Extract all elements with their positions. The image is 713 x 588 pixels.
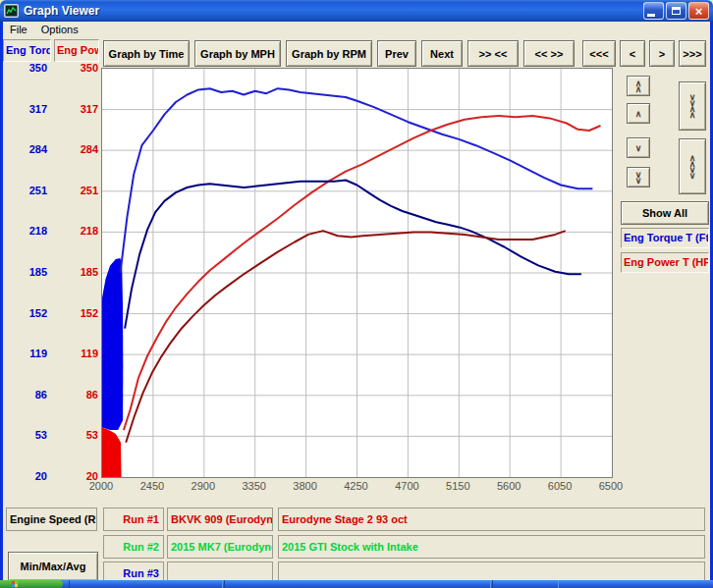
window-title: Graph Viewer <box>24 4 99 18</box>
rpm-tick: 5150 <box>438 480 477 492</box>
menu-bar: File Options <box>3 22 710 37</box>
scroll-up-button-icon: ∧ <box>635 111 642 117</box>
power-tick: 284 <box>54 142 98 156</box>
zoom-out-y-button-icon: ∨ <box>689 173 696 179</box>
torque-tick: 119 <box>3 347 47 360</box>
scroll-top-button[interactable]: ∧∧ <box>627 76 650 96</box>
legend-torque[interactable]: Eng Torque T (Ft-l <box>621 228 709 248</box>
shift-out-button[interactable]: << >> <box>523 40 575 67</box>
run-desc-field-1[interactable]: Eurodyne Stage 2 93 oct <box>278 508 705 531</box>
torque-tick: 86 <box>3 388 47 401</box>
power-tick: 119 <box>54 347 98 360</box>
shift-in-button[interactable]: >> << <box>467 40 519 67</box>
rpm-tick: 2900 <box>184 480 223 492</box>
chart-canvas <box>102 69 612 477</box>
torque-tick: 350 <box>3 61 47 75</box>
scroll-bottom-button[interactable]: ∨∨ <box>627 167 650 187</box>
graph-by-time-button[interactable]: Graph by Time <box>103 40 190 67</box>
app-icon <box>4 4 19 18</box>
prev-button[interactable]: Prev <box>377 40 416 67</box>
minimize-button[interactable] <box>643 2 664 20</box>
power-tick: 152 <box>54 306 98 320</box>
taskbar-window-button[interactable] <box>69 580 223 588</box>
rpm-tick: 6050 <box>540 480 579 492</box>
step-right-button[interactable]: > <box>649 40 675 67</box>
scroll-up-button[interactable]: ∧ <box>627 103 650 124</box>
start-button[interactable] <box>0 580 63 588</box>
toolbar: Graph by TimeGraph by MPHGraph by RPMPre… <box>103 40 706 67</box>
Run #2 Eng Power T (HP) <box>126 231 566 443</box>
run-label-2: Run #2 <box>103 535 164 559</box>
start-noise-power <box>102 428 122 477</box>
graph-by-mph-button[interactable]: Graph by MPH <box>194 40 281 67</box>
jump-first-button[interactable]: <<< <box>582 40 616 67</box>
graph-by-rpm-button[interactable]: Graph by RPM <box>286 40 372 67</box>
torque-tick: 251 <box>3 184 47 197</box>
close-icon: × <box>695 5 703 18</box>
rpm-tick: 6500 <box>591 480 631 492</box>
power-tick: 317 <box>54 102 98 116</box>
zoom-in-y-button[interactable]: ∨∨∧∧ <box>679 81 706 131</box>
rpm-tick: 3800 <box>286 480 325 492</box>
rpm-tick: 2450 <box>133 480 172 492</box>
maximize-button[interactable] <box>666 2 686 20</box>
torque-tick: 317 <box>3 102 47 116</box>
step-left-button[interactable]: < <box>620 40 645 67</box>
x-axis-unit-box: Engine Speed (RPM <box>6 508 97 531</box>
torque-tick: 218 <box>3 224 47 238</box>
torque-axis-header: Eng Torque <box>3 39 51 62</box>
power-axis-header: Eng Power <box>54 39 99 62</box>
rpm-tick: 4700 <box>387 480 426 492</box>
torque-tick: 284 <box>3 142 47 156</box>
close-button[interactable]: × <box>688 2 709 20</box>
power-tick: 350 <box>54 61 98 75</box>
legend-power[interactable]: Eng Power T (HP) <box>621 252 709 273</box>
taskbar-window-button[interactable] <box>224 580 491 588</box>
graph-viewer-window: Graph Viewer × File Options Eng Torque E… <box>0 0 713 588</box>
taskbar <box>0 580 713 588</box>
show-all-button[interactable]: Show All <box>621 201 709 225</box>
rpm-tick: 5600 <box>489 480 528 492</box>
run-desc-field-2[interactable]: 2015 GTI Stock with Intake <box>278 535 705 559</box>
dyno-chart <box>101 68 613 478</box>
zoom-out-y-button[interactable]: ∧∧∨∨ <box>679 138 706 194</box>
power-tick: 251 <box>54 184 98 197</box>
power-tick: 53 <box>54 428 98 442</box>
power-tick: 86 <box>54 388 98 401</box>
jump-last-button[interactable]: >>> <box>679 40 706 67</box>
run-file-field-1[interactable]: BKVK 909 (Eurodyne, E <box>167 508 273 531</box>
power-tick: 218 <box>54 224 98 238</box>
next-button[interactable]: Next <box>421 40 463 67</box>
start-noise-torque <box>102 258 123 430</box>
zoom-in-y-button-icon: ∧ <box>689 112 696 118</box>
taskbar-window-button[interactable] <box>492 580 559 588</box>
min-max-avg-button[interactable]: Min/Max/Avg <box>8 552 98 581</box>
torque-tick: 185 <box>3 265 47 279</box>
windows-flag-icon <box>12 581 18 587</box>
torque-tick: 53 <box>3 428 47 442</box>
torque-tick: 20 <box>3 469 47 483</box>
scroll-top-button-icon: ∧ <box>635 86 642 92</box>
minimize-icon <box>647 14 655 17</box>
rpm-tick: 3350 <box>235 480 274 492</box>
scroll-down-button[interactable]: ∨ <box>627 137 650 158</box>
menu-options[interactable]: Options <box>34 24 85 35</box>
Run #2 Eng Torque T (Ft-lb) <box>125 181 581 329</box>
run-label-1: Run #1 <box>103 508 164 531</box>
rpm-tick: 4250 <box>337 480 376 492</box>
power-tick: 185 <box>54 265 98 279</box>
rpm-tick: 2000 <box>82 480 121 492</box>
title-bar[interactable]: Graph Viewer × <box>0 0 713 22</box>
scroll-bottom-button-icon: ∨ <box>635 178 642 184</box>
run-file-field-2[interactable]: 2015 MK7 (Eurodyne, E <box>167 535 273 559</box>
scroll-down-button-icon: ∨ <box>635 145 642 151</box>
maximize-icon <box>672 7 681 15</box>
torque-tick: 152 <box>3 306 47 320</box>
menu-file[interactable]: File <box>3 24 34 35</box>
